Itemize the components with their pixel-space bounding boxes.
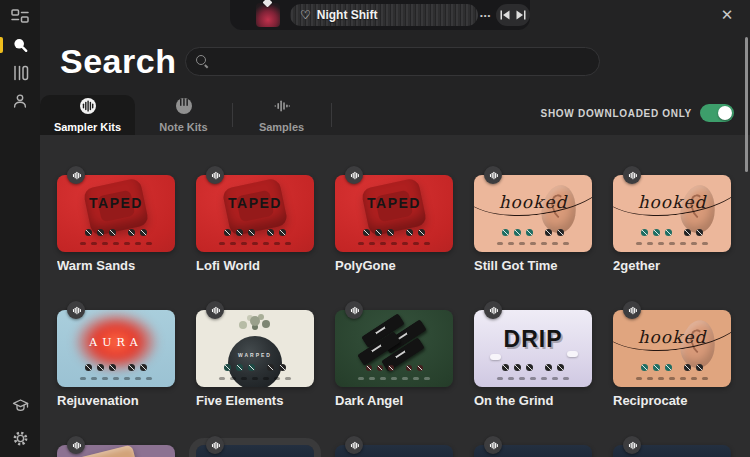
- sampler-kit-badge-icon: [67, 436, 85, 454]
- track-title: Night Shift: [317, 8, 378, 22]
- sampler-kit-badge-icon: [345, 166, 363, 184]
- kit-artwork: DRIP: [474, 310, 592, 387]
- sampler-kit-badge-icon: [623, 166, 641, 184]
- sampler-kit-badge-icon: [345, 301, 363, 319]
- kit-tile[interactable]: [335, 436, 453, 457]
- kit-mini-controls-graphic: [335, 377, 453, 380]
- kit-artwork: AURA: [57, 310, 175, 387]
- arcade-app-window: ♡ Night Shift •••: [0, 0, 750, 457]
- tab-label: Note Kits: [159, 121, 207, 133]
- search-input[interactable]: [217, 54, 589, 69]
- mini-player: ♡ Night Shift •••: [230, 0, 530, 30]
- kit-artwork: TAPED: [57, 175, 175, 252]
- kit-artwork: hooked: [613, 310, 731, 387]
- kit-tile[interactable]: hooked Reciprocate: [613, 301, 731, 409]
- kit-tile[interactable]: WARPED Five Elements: [196, 301, 314, 409]
- close-window-button[interactable]: ✕: [717, 5, 737, 25]
- kit-tile[interactable]: TAPED Lofi World: [196, 166, 314, 274]
- next-track-button[interactable]: [516, 10, 526, 20]
- sampler-kit-badge-icon: [206, 301, 224, 319]
- artwork-text: AURA: [57, 336, 175, 349]
- kit-pads-graphic: [335, 229, 453, 236]
- previous-track-button[interactable]: [500, 10, 510, 20]
- kit-mini-controls-graphic: [57, 377, 175, 380]
- kit-tile[interactable]: [474, 436, 592, 457]
- downloaded-filter: SHOW DOWNLOADED ONLY: [541, 104, 734, 122]
- kit-tile[interactable]: AURA Rejuvenation: [57, 301, 175, 409]
- kit-title: 2gether: [613, 258, 731, 273]
- kit-title: On the Grind: [474, 393, 592, 408]
- kit-tile[interactable]: hooked Still Got Time: [474, 166, 592, 274]
- kit-mini-controls-graphic: [613, 242, 731, 245]
- kit-artwork: TAPED: [196, 175, 314, 252]
- kit-tile[interactable]: [57, 436, 175, 457]
- kit-artwork: TAPED: [335, 175, 453, 252]
- kit-mini-controls-graphic: [57, 242, 175, 245]
- sampler-kit-badge-icon: [623, 436, 641, 454]
- kit-pads-graphic: [474, 229, 592, 236]
- tab-label: Samples: [259, 121, 304, 133]
- kit-pads-graphic: [196, 229, 314, 236]
- sidebar-item-learn[interactable]: [0, 391, 40, 419]
- player-more-button[interactable]: •••: [480, 0, 491, 30]
- sampler-kit-badge-icon: [206, 166, 224, 184]
- kit-artwork: hooked: [613, 175, 731, 252]
- kit-title: Still Got Time: [474, 258, 592, 273]
- kit-title: Rejuvenation: [57, 393, 175, 408]
- tab-note-kits[interactable]: Note Kits: [135, 95, 232, 135]
- kit-title: Five Elements: [196, 393, 314, 408]
- now-playing-pill[interactable]: ♡ Night Shift: [290, 4, 478, 26]
- sidebar-item-search[interactable]: [0, 31, 40, 59]
- kit-tile[interactable]: [613, 436, 731, 457]
- sampler-kit-badge-icon: [623, 301, 641, 319]
- kit-title: PolyGone: [335, 258, 453, 273]
- sampler-kit-badge-icon: [484, 166, 502, 184]
- sampler-kit-icon: [79, 97, 97, 119]
- artwork-text: DRIP: [474, 326, 592, 353]
- kit-tile[interactable]: [196, 436, 314, 457]
- kit-tile[interactable]: TAPED Warm Sands: [57, 166, 175, 274]
- artwork-text: TAPED: [196, 195, 314, 211]
- sidebar-item-kits-browser[interactable]: [0, 2, 40, 30]
- kit-pads-graphic: [196, 364, 314, 371]
- library-columns-icon: [12, 65, 29, 81]
- page-title: Search: [60, 42, 176, 81]
- kit-mini-controls-graphic: [474, 242, 592, 245]
- artwork-text: WARPED: [196, 352, 314, 358]
- kit-mini-controls-graphic: [196, 377, 314, 380]
- downloaded-only-toggle[interactable]: [700, 104, 734, 122]
- profile-icon: [12, 93, 28, 109]
- kit-mini-controls-graphic: [613, 377, 731, 380]
- kit-artwork: [335, 310, 453, 387]
- kit-title: Lofi World: [196, 258, 314, 273]
- artwork-text: hooked: [474, 192, 592, 212]
- kit-artwork: hooked: [474, 175, 592, 252]
- favorite-heart-icon[interactable]: ♡: [300, 9, 311, 21]
- search-icon: [12, 37, 29, 54]
- vertical-scrollbar[interactable]: [745, 37, 748, 172]
- kit-tile[interactable]: TAPED PolyGone: [335, 166, 453, 274]
- kit-tile[interactable]: Dark Angel: [335, 301, 453, 409]
- kit-pads-graphic: [613, 229, 731, 236]
- kit-pads-graphic: [57, 229, 175, 236]
- kits-grid: TAPED Warm Sands TAPED: [40, 135, 750, 457]
- tab-sampler-kits[interactable]: Sampler Kits: [40, 95, 135, 135]
- tab-label: Sampler Kits: [54, 121, 121, 133]
- sampler-kit-badge-icon: [345, 436, 363, 454]
- kit-tile[interactable]: hooked 2gether: [613, 166, 731, 274]
- sidebar-item-settings[interactable]: [0, 424, 40, 452]
- artwork-text: TAPED: [335, 195, 453, 211]
- kit-tile[interactable]: DRIP On the Grind: [474, 301, 592, 409]
- results-area: TAPED Warm Sands TAPED: [40, 135, 750, 457]
- artwork-shape: [250, 316, 260, 326]
- artwork-text: TAPED: [57, 195, 175, 211]
- sampler-kit-badge-icon: [67, 301, 85, 319]
- sampler-kit-badge-icon: [484, 301, 502, 319]
- sidebar-item-profile[interactable]: [0, 87, 40, 115]
- learn-graduation-cap-icon: [12, 398, 29, 413]
- kit-title: Warm Sands: [57, 258, 175, 273]
- player-transport: [496, 4, 530, 26]
- tab-samples[interactable]: Samples: [232, 95, 331, 135]
- sidebar-item-library[interactable]: [0, 59, 40, 87]
- toggle-knob: [718, 106, 732, 120]
